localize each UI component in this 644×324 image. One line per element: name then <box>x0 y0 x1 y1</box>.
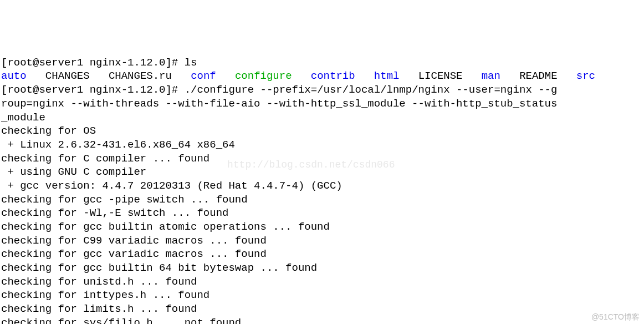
output-line: checking for unistd.h ... found <box>1 276 197 288</box>
output-line: checking for OS <box>1 125 96 137</box>
dir-src: src <box>576 70 595 82</box>
command-configure: ./configure --prefix=/usr/local/lnmp/ngi… <box>185 84 558 96</box>
dir-auto: auto <box>1 70 27 82</box>
output-line: checking for sys/filio.h ... not found <box>1 317 241 324</box>
prompt-line-1: [root@server1 nginx-1.12.0]# ls <box>1 57 197 69</box>
output-line: checking for C compiler ... found <box>1 153 209 165</box>
prompt-line-2: [root@server1 nginx-1.12.0]# ./configure… <box>1 84 557 96</box>
output-line: checking for gcc builtin 64 bit byteswap… <box>1 262 317 274</box>
output-line: + Linux 2.6.32-431.el6.x86_64 x86_64 <box>1 139 235 151</box>
output-line: checking for limits.h ... found <box>1 303 197 315</box>
dir-man: man <box>482 70 500 82</box>
file-changes: CHANGES <box>45 70 90 82</box>
ls-output: auto CHANGES CHANGES.ru conf configure c… <box>1 70 595 82</box>
command-ls: ls <box>185 57 197 69</box>
file-changes-ru: CHANGES.ru <box>109 70 172 82</box>
file-readme: README <box>519 70 557 82</box>
output-line: checking for C99 variadic macros ... fou… <box>1 235 267 247</box>
dir-contrib: contrib <box>311 70 355 82</box>
output-line: checking for -Wl,-E switch ... found <box>1 207 228 219</box>
command-configure-cont2: _module <box>1 112 45 124</box>
dir-conf: conf <box>191 70 216 82</box>
command-configure-cont1: roup=nginx --with-threads --with-file-ai… <box>1 98 557 110</box>
output-line: checking for gcc builtin atomic operatio… <box>1 221 330 233</box>
output-line: checking for gcc variadic macros ... fou… <box>1 248 267 260</box>
output-line: + gcc version: 4.4.7 20120313 (Red Hat 4… <box>1 180 343 192</box>
terminal-output[interactable]: [root@server1 nginx-1.12.0]# ls auto CHA… <box>1 56 643 324</box>
output-line: checking for gcc -pipe switch ... found <box>1 194 248 206</box>
exec-configure: configure <box>235 70 292 82</box>
output-line: checking for inttypes.h ... found <box>1 289 209 301</box>
output-line: + using GNU C compiler <box>1 166 146 178</box>
file-license: LICENSE <box>418 70 463 82</box>
dir-html: html <box>374 70 400 82</box>
